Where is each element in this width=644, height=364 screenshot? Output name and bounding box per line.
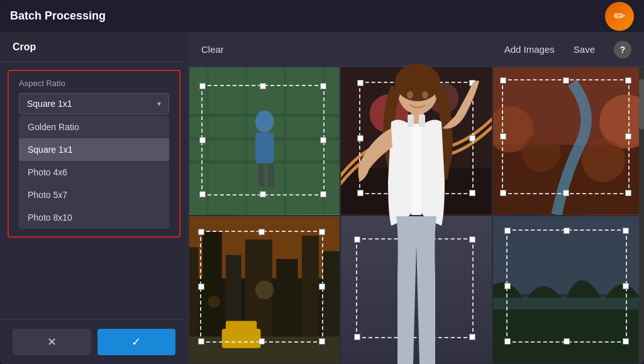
image-greenhouse	[189, 67, 340, 215]
grid-cell-center[interactable]	[340, 216, 492, 365]
svg-rect-13	[341, 168, 491, 214]
image-roller	[341, 67, 491, 215]
svg-rect-10	[258, 163, 265, 187]
grid-cell-greenhouse[interactable]	[189, 67, 340, 216]
image-city	[189, 216, 340, 364]
svg-rect-40	[493, 297, 643, 309]
confirm-button[interactable]: ✓	[97, 329, 176, 355]
image-lake	[493, 216, 643, 364]
svg-rect-31	[189, 336, 340, 363]
left-panel: Crop Aspect Ratio Square 1x1 ▾ Golden Ra…	[0, 33, 189, 364]
svg-rect-37	[493, 216, 643, 294]
image-center-placeholder	[341, 216, 491, 364]
clear-button[interactable]: Clear	[201, 44, 224, 55]
svg-rect-9	[255, 133, 274, 163]
grid-cell-autumn[interactable]	[492, 67, 644, 216]
image-grid	[189, 67, 644, 364]
aspect-ratio-section: Aspect Ratio Square 1x1 ▾ Golden Ratio S…	[8, 70, 180, 238]
dropdown-item-golden-ratio[interactable]: Golden Ratio	[19, 116, 169, 138]
dropdown-item-photo-4x6[interactable]: Photo 4x6	[19, 161, 169, 184]
scrollbar[interactable]	[639, 67, 644, 364]
toolbar: Clear Add Images Save ?	[189, 33, 644, 67]
dropdown-item-square-1x1[interactable]: Square 1x1	[19, 138, 169, 161]
svg-rect-6	[284, 67, 287, 215]
svg-rect-4	[206, 67, 209, 215]
svg-point-21	[581, 139, 625, 182]
title-bar: Batch Processing ✏	[0, 0, 644, 33]
save-button[interactable]: Save	[574, 44, 595, 55]
svg-point-14	[370, 94, 409, 133]
svg-point-15	[428, 83, 459, 114]
svg-rect-33	[226, 321, 257, 333]
grid-cell-lake[interactable]	[492, 216, 644, 365]
help-button[interactable]: ?	[614, 41, 631, 58]
grid-cell-roller[interactable]	[340, 67, 492, 216]
dropdown-item-photo-5x7[interactable]: Photo 5x7	[19, 184, 169, 206]
right-panel: Clear Add Images Save ?	[189, 33, 644, 364]
svg-point-8	[255, 111, 274, 133]
panel-buttons: ✕ ✓	[0, 319, 188, 364]
svg-rect-5	[245, 67, 248, 215]
app-title: Batch Processing	[10, 9, 106, 23]
svg-rect-7	[323, 67, 325, 215]
cancel-button[interactable]: ✕	[13, 329, 91, 355]
pencil-icon-btn[interactable]: ✏	[605, 2, 634, 31]
svg-point-20	[521, 133, 560, 172]
chevron-down-icon: ▾	[157, 99, 161, 108]
svg-rect-11	[268, 163, 274, 187]
add-images-button[interactable]: Add Images	[504, 44, 555, 55]
scrollbar-thumb[interactable]	[639, 79, 644, 130]
svg-point-35	[208, 295, 221, 307]
crop-header: Crop	[0, 33, 188, 62]
selected-option-label: Square 1x1	[27, 99, 72, 109]
dropdown-menu: Golden Ratio Square 1x1 Photo 4x6 Photo …	[19, 116, 169, 229]
aspect-ratio-dropdown[interactable]: Square 1x1 ▾	[19, 93, 169, 114]
grid-cell-city[interactable]	[189, 216, 340, 365]
svg-point-34	[255, 280, 274, 299]
app-container: Batch Processing ✏ Crop Aspect Ratio Squ…	[0, 0, 644, 364]
aspect-ratio-label: Aspect Ratio	[19, 79, 169, 88]
pencil-icon: ✏	[614, 8, 625, 25]
main-content: Crop Aspect Ratio Square 1x1 ▾ Golden Ra…	[0, 33, 644, 364]
image-autumn	[493, 67, 643, 215]
dropdown-item-photo-8x10[interactable]: Photo 8x10	[19, 206, 169, 229]
